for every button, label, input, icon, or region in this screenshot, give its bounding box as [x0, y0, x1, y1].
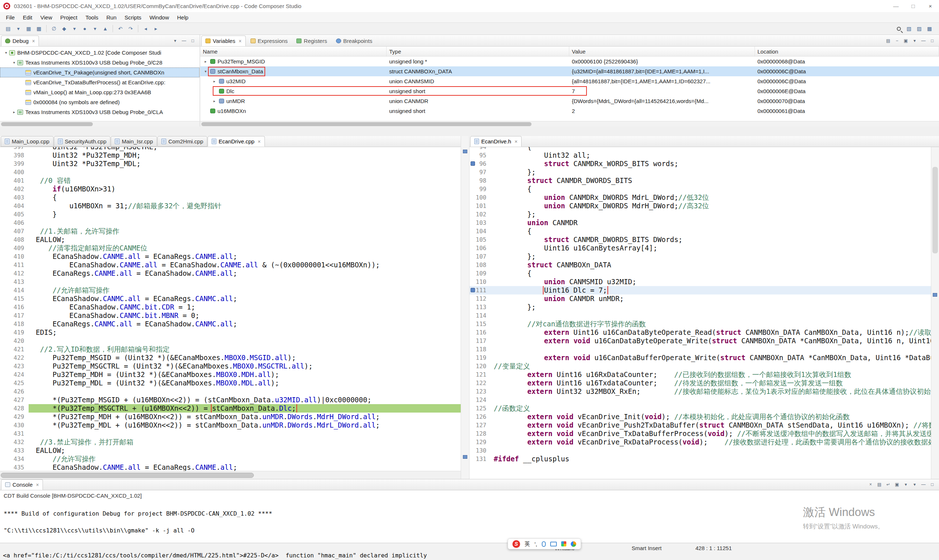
- tab-breakpoints[interactable]: Breakpoints: [332, 35, 376, 46]
- line-number-gutter[interactable]: 101: [469, 202, 491, 210]
- expander-icon[interactable]: ▾: [3, 51, 9, 55]
- line-number-gutter[interactable]: 425: [0, 379, 29, 387]
- save-icon[interactable]: ▦: [24, 24, 33, 33]
- tab-expressions[interactable]: Expressions: [246, 35, 292, 46]
- debug-tree-item[interactable]: ▸Texas Instruments XDS100v3 USB Debug Pr…: [0, 107, 200, 117]
- column-header-value[interactable]: Value: [569, 46, 755, 56]
- line-number-gutter[interactable]: 401: [0, 176, 29, 185]
- close-tab-icon[interactable]: ×: [36, 482, 39, 488]
- scroll-lock-icon[interactable]: ▤: [876, 482, 882, 488]
- line-number-gutter[interactable]: 419: [0, 328, 29, 337]
- display-selected-console-icon[interactable]: ▾: [903, 482, 909, 488]
- line-number-gutter[interactable]: 95: [469, 151, 491, 160]
- line-number-gutter[interactable]: 103: [469, 218, 491, 227]
- line-number-gutter[interactable]: 399: [0, 160, 29, 168]
- back-icon[interactable]: ◂: [141, 24, 150, 33]
- menu-scripts[interactable]: Scripts: [121, 12, 146, 22]
- column-header-type[interactable]: Type: [386, 46, 569, 56]
- console-diagnostic-line[interactable]: <a href="file:/C:/ti/ccs1281/ccs/tools/c…: [3, 552, 427, 559]
- scrollbar-thumb[interactable]: [1, 122, 93, 126]
- collapse-all-icon[interactable]: −: [894, 38, 900, 44]
- menu-window[interactable]: Window: [145, 12, 173, 22]
- overview-ruler-right-editor[interactable]: [931, 147, 939, 479]
- line-number-gutter[interactable]: 131: [469, 455, 491, 463]
- ime-punctuation-toggle[interactable]: ’,: [534, 541, 537, 547]
- menu-file[interactable]: File: [2, 12, 19, 22]
- view-menu-icon[interactable]: ▾: [911, 38, 918, 44]
- debug-tree-item[interactable]: ▾Texas Instruments XDS100v3 USB Debug Pr…: [0, 58, 200, 68]
- line-number-gutter[interactable]: 122: [469, 379, 491, 387]
- line-number-gutter[interactable]: 121: [469, 371, 491, 379]
- scrollbar-thumb[interactable]: [202, 122, 531, 126]
- code-editor-ecandrive-cpp[interactable]: 397 Uint32 *Pu32Temp_MSGCTRL;398 Uint32 …: [0, 147, 461, 471]
- line-number-gutter[interactable]: 423: [0, 362, 29, 371]
- view-menu-icon[interactable]: ▾: [172, 38, 178, 44]
- flash-icon[interactable]: ▲: [100, 24, 110, 33]
- line-number-gutter[interactable]: 108: [469, 261, 491, 269]
- minimize-view-icon[interactable]: —: [920, 482, 927, 488]
- line-number-gutter[interactable]: 97: [469, 168, 491, 176]
- line-number-gutter[interactable]: 408: [0, 235, 29, 244]
- variables-row[interactable]: ▸u32MIDunion CANMSMID{all=481861887,bit=…: [200, 76, 939, 86]
- line-marker-icon[interactable]: [471, 288, 475, 292]
- debug-tree-item[interactable]: ▾BHM-DSPDCDC-CAN_XXCD_1.02 [Code Compose…: [0, 48, 200, 58]
- expander-icon[interactable]: ▸: [211, 99, 217, 103]
- maximize-view-icon[interactable]: □: [929, 38, 935, 44]
- line-number-gutter[interactable]: 117: [469, 337, 491, 345]
- debug-horizontal-scrollbar[interactable]: [0, 121, 200, 126]
- line-number-gutter[interactable]: 129: [469, 438, 491, 446]
- line-number-gutter[interactable]: 433: [0, 446, 29, 455]
- variables-horizontal-scrollbar[interactable]: [200, 121, 939, 126]
- minimize-view-icon[interactable]: —: [920, 38, 927, 44]
- code-editor-ecandrive-h[interactable]: 94 {95 Uint32 all;96 struct CANMDRx_WORD…: [469, 147, 939, 479]
- pin-console-icon[interactable]: ▣: [894, 482, 900, 488]
- column-header-name[interactable]: Name: [200, 46, 386, 56]
- line-number-gutter[interactable]: 130: [469, 446, 491, 455]
- line-number-gutter[interactable]: 400: [0, 168, 29, 176]
- open-console-icon[interactable]: ▾: [911, 482, 918, 488]
- pin-view-icon[interactable]: ▣: [903, 38, 909, 44]
- open-perspective-icon[interactable]: ▧: [904, 24, 914, 33]
- close-tab-icon[interactable]: ×: [32, 38, 35, 44]
- line-number-gutter[interactable]: 99: [469, 185, 491, 193]
- tab-main_loop-cpp[interactable]: Main_Loop.cpp: [1, 136, 54, 147]
- variables-row[interactable]: Dlcunsigned short70x0000006E@Data: [200, 86, 939, 96]
- line-number-gutter[interactable]: 123: [469, 387, 491, 396]
- ruler-marker[interactable]: [933, 293, 937, 297]
- line-number-gutter[interactable]: 112: [469, 294, 491, 303]
- keyboard-icon[interactable]: [550, 542, 557, 546]
- ccs-debug-perspective-icon[interactable]: ▩: [925, 24, 934, 33]
- line-number-gutter[interactable]: 409: [0, 244, 29, 252]
- line-number-gutter[interactable]: 406: [0, 218, 29, 227]
- line-number-gutter[interactable]: 120: [469, 362, 491, 371]
- forward-icon[interactable]: ▸: [151, 24, 161, 33]
- line-number-gutter[interactable]: 432: [0, 438, 29, 446]
- line-number-gutter[interactable]: 402: [0, 185, 29, 193]
- ccs-edit-perspective-icon[interactable]: ▨: [914, 24, 924, 33]
- line-number-gutter[interactable]: 397: [0, 147, 29, 151]
- tab-com2hmi-cpp[interactable]: Com2Hmi.cpp: [157, 136, 207, 147]
- line-number-gutter[interactable]: 407: [0, 227, 29, 235]
- microphone-icon[interactable]: [542, 541, 546, 547]
- expander-icon[interactable]: ▾: [11, 60, 17, 65]
- expander-icon[interactable]: ▸: [11, 110, 17, 114]
- line-number-gutter[interactable]: 428: [0, 404, 29, 412]
- line-number-gutter[interactable]: 422: [0, 354, 29, 362]
- line-number-gutter[interactable]: 420: [0, 337, 29, 345]
- line-number-gutter[interactable]: 113: [469, 303, 491, 311]
- line-number-gutter[interactable]: 114: [469, 311, 491, 320]
- line-number-gutter[interactable]: 98: [469, 176, 491, 185]
- line-number-gutter[interactable]: 116: [469, 328, 491, 337]
- show-type-names-icon[interactable]: ▤: [885, 38, 891, 44]
- line-number-gutter[interactable]: 421: [0, 345, 29, 354]
- tab-ecandrive-cpp[interactable]: EcanDrive.cpp×: [208, 136, 265, 147]
- line-number-gutter[interactable]: 435: [0, 463, 29, 471]
- line-number-gutter[interactable]: 410: [0, 252, 29, 261]
- line-number-gutter[interactable]: 415: [0, 294, 29, 303]
- variables-row[interactable]: ▾stCanMboxn_Datastruct CANMBOXn_DATA{u32…: [200, 66, 939, 76]
- undo-icon[interactable]: ↶: [115, 24, 125, 33]
- tab-securityauth-cpp[interactable]: SecurityAuth.cpp: [54, 136, 111, 147]
- search-icon[interactable]: [894, 24, 904, 33]
- menu-run[interactable]: Run: [102, 12, 121, 22]
- tab-console[interactable]: Console×: [1, 479, 43, 490]
